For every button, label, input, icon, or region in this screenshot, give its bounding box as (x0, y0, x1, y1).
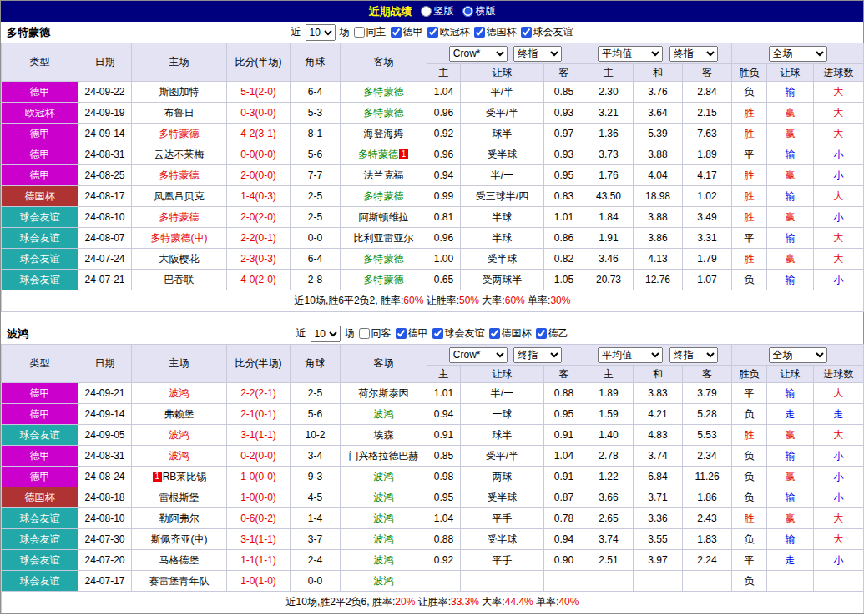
score-cell: 1-4(0-3) (227, 186, 291, 207)
league-filter[interactable]: 德甲 (396, 326, 428, 341)
summary-stat-value: 60% (505, 295, 525, 306)
league-checkbox[interactable] (391, 27, 402, 38)
goals-result-cell: 小 (814, 550, 864, 571)
vertical-radio[interactable] (421, 6, 432, 17)
odds-kind-select[interactable]: 终指 (513, 347, 562, 363)
odds-kind-select[interactable]: 终指 (513, 46, 562, 62)
match-row: 球会友谊24-07-17赛雷堡青年队1-0(1-0)0-0波鸿负 (2, 571, 864, 592)
red-card-badge: 1 (399, 149, 408, 159)
near-label: 近 (296, 326, 306, 341)
handicap-result-cell: 输 (767, 144, 814, 165)
odds-cell: 两球 (461, 467, 544, 487)
match-row: 球会友谊24-07-20马格德堡1-1(1-1)2-4波鸿0.92平手0.902… (2, 550, 864, 571)
league-checkbox[interactable] (474, 27, 485, 38)
corner-cell: 2-8 (291, 270, 341, 290)
recent-count-select[interactable]: 10 (306, 24, 336, 41)
summary-prefix: 近10场,胜6平2负2, (295, 295, 381, 306)
league-badge: 欧冠杯 (2, 103, 78, 124)
team-name: 雷根斯堡 (159, 492, 200, 503)
same-venue-checkbox[interactable] (354, 27, 365, 38)
odds-cell: 0.85 (427, 446, 461, 467)
match-row: 球会友谊24-07-24大阪樱花2-3(0-3)6-4多特蒙德1.00受半球0.… (2, 249, 864, 270)
scope-select[interactable]: 全场 (769, 46, 827, 62)
team-name: 埃森 (374, 429, 394, 441)
result-cell: 平 (732, 383, 767, 404)
score-cell: 0-3(0-0) (227, 103, 291, 124)
goals-result-cell: 大 (814, 383, 864, 404)
league-checkbox[interactable] (427, 27, 438, 38)
league-checkbox[interactable] (536, 328, 547, 339)
odds-cell: 平手 (461, 550, 544, 571)
league-badge: 德甲 (2, 404, 78, 425)
matches-table: 类型 日期 主场 比分(半场) 角球 客场 Crow* 终指 平均值 终指 (1, 43, 864, 312)
away-team-cell: 比利亚雷亚尔 (341, 228, 427, 249)
team-name-title: 波鸿 (7, 326, 28, 341)
league-filter[interactable]: 德国杯 (489, 326, 532, 341)
view-option-horizontal[interactable]: 横版 (462, 4, 496, 18)
corner-cell: 10-2 (291, 425, 341, 446)
corner-cell: 9-3 (291, 467, 341, 487)
avg-odds-cell: 20.73 (584, 270, 634, 290)
odds-source-select[interactable]: Crow* (449, 347, 508, 363)
odds-source-select[interactable]: Crow* (449, 46, 508, 62)
odds-cell: 0.95 (544, 165, 584, 186)
home-team-cell: 1RB莱比锡 (132, 467, 227, 487)
avg-source-select[interactable]: 平均值 (598, 46, 663, 62)
home-team-cell: 多特蒙德(中) (132, 228, 227, 249)
team-name: 门兴格拉德巴赫 (349, 450, 419, 462)
avg-source-select[interactable]: 平均值 (598, 347, 663, 363)
avg-kind-select[interactable]: 终指 (669, 46, 718, 62)
summary-stat-label: 胜率: (381, 295, 403, 306)
league-filter[interactable]: 球会友谊 (432, 326, 485, 341)
handicap-result-cell: 输 (767, 186, 814, 207)
date-cell: 24-09-21 (78, 383, 132, 404)
result-cell: 胜 (732, 165, 767, 186)
goals-result-cell: 小 (814, 446, 864, 467)
league-filter[interactable]: 德乙 (536, 326, 568, 341)
horizontal-radio[interactable] (462, 6, 473, 17)
league-badge: 德甲 (2, 82, 78, 103)
col-avg-away: 客 (683, 64, 732, 82)
result-cell: 负 (732, 487, 767, 508)
avg-kind-select[interactable]: 终指 (669, 347, 718, 363)
result-cell: 胜 (732, 124, 767, 144)
match-row: 欧冠杯24-09-19布鲁日0-3(0-0)5-3多特蒙德0.96受平/半0.9… (2, 103, 864, 124)
date-cell: 24-07-21 (78, 270, 132, 290)
view-option-vertical[interactable]: 竖版 (421, 4, 454, 18)
scope-group-header: 全场 (732, 345, 864, 366)
col-score: 比分(半场) (227, 43, 291, 82)
date-cell: 24-09-22 (78, 82, 132, 103)
league-filter[interactable]: 欧冠杯 (427, 25, 470, 39)
league-filter[interactable]: 德甲 (391, 25, 423, 39)
same-venue-filter[interactable]: 同客 (359, 326, 392, 341)
avg-odds-cell: 4.13 (634, 249, 683, 270)
league-checkbox[interactable] (396, 328, 407, 339)
match-row: 德国杯24-08-17凤凰吕贝克1-4(0-3)2-5多特蒙德0.99受三球半/… (2, 186, 864, 207)
league-checkbox[interactable] (521, 27, 532, 38)
league-badge: 球会友谊 (2, 249, 78, 270)
summary-stat-value: 40% (558, 596, 579, 608)
same-venue-checkbox[interactable] (359, 328, 370, 339)
odds-cell: 一球 (461, 404, 544, 425)
avg-odds-cell (584, 571, 634, 592)
col-odds-handicap: 让球 (461, 366, 544, 383)
same-venue-filter[interactable]: 同主 (354, 25, 387, 39)
league-checkbox[interactable] (489, 328, 500, 339)
league-filter[interactable]: 球会友谊 (521, 25, 573, 39)
result-cell: 胜 (732, 508, 767, 529)
avg-odds-cell: 4.83 (634, 425, 683, 446)
league-checkbox[interactable] (432, 328, 443, 339)
result-cell: 负 (732, 467, 767, 487)
result-cell: 负 (732, 404, 767, 425)
avg-odds-cell: 2.30 (584, 82, 634, 103)
team-section-home: 多特蒙德 近 10 场 同主 德甲 欧冠杯 (1, 22, 863, 312)
league-badge: 德国杯 (2, 487, 78, 508)
avg-odds-cell: 2.51 (584, 550, 634, 571)
score-cell: 5-1(2-0) (227, 82, 291, 103)
team-name: 赛雷堡青年队 (149, 575, 210, 587)
league-filter[interactable]: 德国杯 (474, 25, 517, 39)
league-label: 德甲 (403, 25, 423, 39)
recent-count-select[interactable]: 10 (311, 326, 341, 342)
team-name: 法兰克福 (364, 169, 404, 181)
scope-select[interactable]: 全场 (769, 347, 827, 363)
